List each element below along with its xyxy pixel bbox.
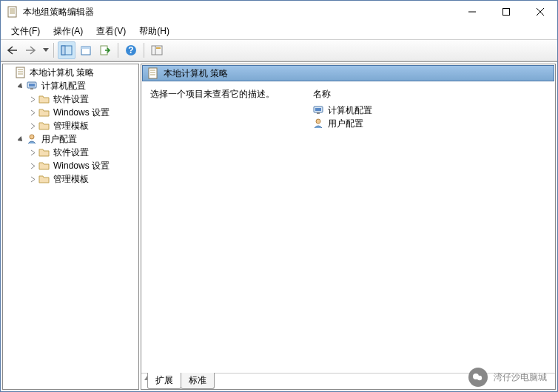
wechat-icon — [468, 368, 488, 387]
tree-pane[interactable]: ▾ 本地计算机 策略 计算机配置 软件设置 — [2, 64, 139, 390]
forward-button[interactable] — [23, 41, 41, 59]
caret-down-icon[interactable] — [16, 83, 25, 89]
svg-point-26 — [30, 135, 34, 139]
nav-dropdown[interactable] — [42, 48, 50, 53]
svg-rect-18 — [156, 47, 161, 49]
tree-label: Windows 设置 — [52, 106, 111, 120]
properties-button[interactable] — [77, 41, 95, 59]
content-area: ▾ 本地计算机 策略 计算机配置 软件设置 — [1, 61, 557, 391]
caret-right-icon[interactable] — [28, 123, 37, 129]
menu-action[interactable]: 操作(A) — [47, 24, 89, 39]
svg-rect-10 — [61, 46, 65, 55]
tree-label: Windows 设置 — [52, 159, 111, 173]
tree-user-config[interactable]: 用户配置 — [16, 132, 138, 146]
app-window: 本地组策略编辑器 文件(F) 操作(A) 查看(V) 帮助(H) ? — [0, 0, 558, 392]
svg-rect-24 — [29, 84, 35, 87]
column-header-name[interactable]: 名称 — [313, 88, 372, 101]
tree-admin-templates[interactable]: 管理模板 — [28, 119, 138, 132]
computer-icon — [27, 80, 38, 92]
tree-label: 本地计算机 策略 — [28, 66, 95, 80]
svg-rect-16 — [152, 46, 162, 55]
minimize-button[interactable] — [455, 1, 489, 23]
tree-label: 管理模板 — [52, 172, 90, 186]
tree-label: 用户配置 — [40, 132, 78, 146]
window-title: 本地组策略编辑器 — [23, 6, 455, 18]
caret-right-icon[interactable] — [28, 163, 37, 169]
separator — [144, 43, 144, 58]
tree-label: 软件设置 — [52, 146, 90, 160]
tree-label: 软件设置 — [52, 92, 90, 107]
tree-software-settings[interactable]: 软件设置 — [28, 92, 138, 106]
tree-software-settings[interactable]: 软件设置 — [28, 146, 138, 159]
svg-rect-32 — [315, 108, 321, 111]
list-item[interactable]: 计算机配置 — [313, 104, 372, 117]
tree-computer-config[interactable]: 计算机配置 — [16, 79, 138, 92]
user-icon — [313, 118, 325, 129]
caret-down-icon[interactable] — [16, 136, 25, 143]
window-controls — [455, 1, 557, 23]
details-header: 本地计算机 策略 — [142, 65, 554, 81]
svg-rect-6 — [503, 9, 510, 16]
caret-right-icon[interactable] — [28, 176, 37, 183]
svg-rect-19 — [16, 67, 24, 78]
show-tree-button[interactable] — [58, 41, 75, 59]
tab-standard[interactable]: 标准 — [181, 373, 215, 389]
svg-point-34 — [316, 119, 320, 124]
app-icon — [7, 6, 19, 18]
tab-extended[interactable]: 扩展 — [147, 373, 181, 389]
separator — [118, 43, 118, 58]
folder-icon — [38, 93, 50, 105]
separator — [53, 43, 54, 58]
svg-rect-25 — [30, 88, 33, 89]
details-body: 选择一个项目来查看它的描述。 名称 计算机配置 用户配置 — [141, 82, 555, 373]
folder-icon — [38, 120, 50, 132]
tree-windows-settings[interactable]: Windows 设置 — [28, 106, 138, 119]
svg-text:?: ? — [128, 45, 133, 55]
user-icon — [27, 133, 38, 145]
list-item[interactable]: 用户配置 — [313, 117, 372, 130]
tree-admin-templates[interactable]: 管理模板 — [28, 172, 138, 186]
item-label: 用户配置 — [328, 118, 363, 130]
folder-icon — [38, 107, 50, 118]
caret-right-icon[interactable] — [28, 96, 37, 103]
menu-help[interactable]: 帮助(H) — [133, 24, 175, 39]
maximize-button[interactable] — [489, 1, 523, 23]
help-button[interactable]: ? — [122, 41, 140, 59]
back-button[interactable] — [4, 41, 21, 59]
titlebar: 本地组策略编辑器 — [1, 1, 557, 23]
toolbar: ? — [1, 39, 557, 61]
item-list: 名称 计算机配置 用户配置 — [313, 88, 372, 367]
svg-rect-12 — [81, 47, 90, 49]
details-title: 本地计算机 策略 — [164, 67, 228, 80]
svg-rect-27 — [149, 68, 157, 78]
tree-windows-settings[interactable]: Windows 设置 — [28, 159, 138, 172]
folder-icon — [38, 160, 50, 172]
policy-icon — [147, 67, 159, 79]
close-button[interactable] — [523, 1, 557, 23]
folder-icon — [38, 146, 50, 158]
caret-right-icon[interactable] — [28, 149, 37, 156]
folder-icon — [38, 173, 50, 185]
export-button[interactable] — [96, 41, 114, 59]
extended-view-button[interactable] — [148, 41, 166, 59]
watermark-text: 湾仔沙电脑城 — [494, 371, 547, 384]
menubar: 文件(F) 操作(A) 查看(V) 帮助(H) — [1, 23, 557, 39]
menu-view[interactable]: 查看(V) — [90, 24, 132, 39]
tree-root[interactable]: ▾ 本地计算机 策略 — [4, 66, 138, 79]
description-text: 选择一个项目来查看它的描述。 — [150, 88, 283, 367]
item-label: 计算机配置 — [328, 104, 372, 117]
tree-label: 管理模板 — [52, 119, 90, 133]
menu-file[interactable]: 文件(F) — [5, 24, 46, 39]
caret-right-icon[interactable] — [28, 109, 37, 116]
tree-label: 计算机配置 — [40, 79, 87, 93]
policy-icon — [15, 67, 27, 78]
svg-rect-33 — [317, 112, 320, 114]
svg-point-36 — [477, 376, 482, 380]
computer-icon — [313, 104, 325, 116]
details-pane: 本地计算机 策略 选择一个项目来查看它的描述。 名称 计算机配置 用户配置 — [141, 64, 556, 390]
watermark: 湾仔沙电脑城 — [468, 368, 547, 387]
